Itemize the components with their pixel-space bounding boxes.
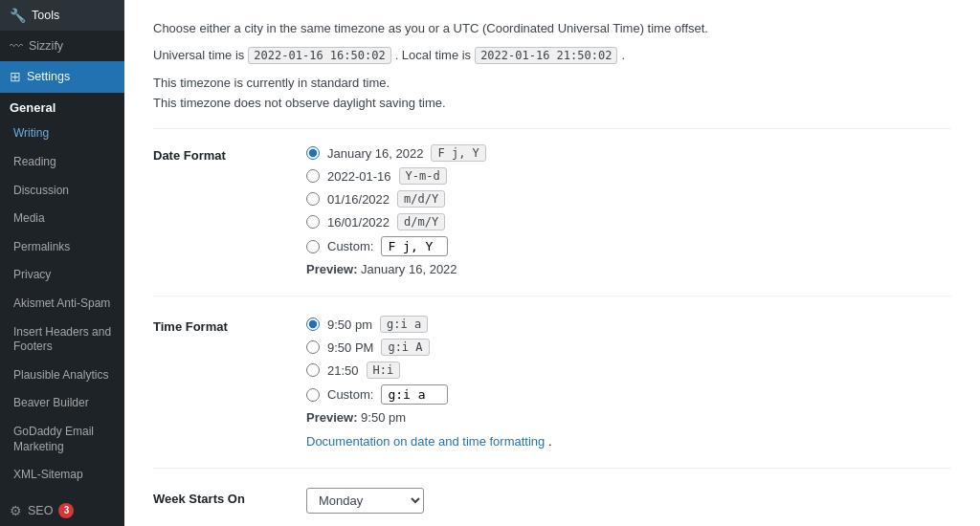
local-time-prefix: . Local time is [395, 48, 471, 62]
week-starts-control: Sunday Monday Tuesday Wednesday Thursday… [306, 488, 951, 514]
sidebar-item-godaddy[interactable]: GoDaddy Email Marketing [0, 418, 124, 461]
sidebar-item-reading[interactable]: Reading [0, 148, 124, 177]
tz-note1: This timezone is currently in standard t… [153, 74, 951, 94]
sizzify-icon: 〰 [10, 37, 23, 55]
doc-link-row: Documentation on date and time formattin… [306, 434, 951, 449]
time-format-label: Time Format [153, 316, 306, 334]
date-format-control: January 16, 2022 F j, Y 2022-01-16 Y-m-d… [306, 144, 951, 276]
date-radio-3[interactable] [306, 215, 320, 229]
date-format-label: Date Format [153, 144, 306, 163]
date-radio-custom[interactable] [306, 240, 320, 253]
universal-time-value: 2022-01-16 16:50:02 [248, 47, 390, 64]
sidebar-item-akismet[interactable]: Akismet Anti-Spam [0, 290, 124, 318]
sidebar-item-xml[interactable]: XML-Sitemap [0, 461, 124, 490]
date-format-row: Date Format January 16, 2022 F j, Y 2022… [153, 144, 951, 296]
time-option-1: 9:50 PM g:i A [306, 339, 951, 356]
date-option-custom: Custom: [306, 236, 951, 256]
settings-icon: ⊞ [10, 68, 21, 85]
date-option-2: 01/16/2022 m/d/Y [306, 190, 951, 208]
time-option-0: 9:50 pm g:i a [306, 316, 951, 333]
sidebar-general-header: General [0, 93, 124, 121]
date-custom-input[interactable] [381, 236, 448, 256]
time-custom-input[interactable] [381, 384, 448, 405]
week-starts-select[interactable]: Sunday Monday Tuesday Wednesday Thursday… [306, 488, 424, 514]
doc-link[interactable]: Documentation on date and time formattin… [306, 434, 545, 449]
time-preview: Preview: 9:50 pm [306, 410, 951, 425]
tz-note2: This timezone does not observe daylight … [153, 94, 951, 114]
time-radio-2[interactable] [306, 363, 320, 377]
time-format-control: 9:50 pm g:i a 9:50 PM g:i A 21:50 H:i Cu… [306, 316, 951, 449]
date-preview: Preview: January 16, 2022 [306, 262, 951, 276]
date-option-0: January 16, 2022 F j, Y [306, 144, 951, 162]
timezone-desc: Choose either a city in the same timezon… [153, 19, 951, 39]
tools-icon: 🔧 [10, 7, 26, 24]
local-time-value: 2022-01-16 21:50:02 [475, 47, 617, 64]
sidebar: 🔧 Tools 〰 Sizzify ⊞ Settings General Wri… [0, 0, 124, 526]
date-option-3: 16/01/2022 d/m/Y [306, 213, 951, 230]
date-radio-1[interactable] [306, 169, 320, 183]
sidebar-item-beaver[interactable]: Beaver Builder [0, 389, 124, 418]
time-codes-row: Universal time is 2022-01-16 16:50:02 . … [153, 47, 951, 64]
sidebar-item-tools[interactable]: 🔧 Tools [0, 0, 124, 31]
sidebar-item-media[interactable]: Media [0, 205, 124, 233]
divider1 [153, 128, 951, 129]
sidebar-item-settings[interactable]: ⊞ Settings [0, 61, 124, 92]
week-starts-label: Week Starts On [153, 488, 306, 506]
sidebar-item-writing[interactable]: Writing [0, 120, 124, 148]
time-option-2: 21:50 H:i [306, 362, 951, 379]
sidebar-item-privacy[interactable]: Privacy [0, 261, 124, 290]
time-radio-1[interactable] [306, 340, 320, 354]
time-format-row: Time Format 9:50 pm g:i a 9:50 PM g:i A … [153, 316, 951, 469]
seo-badge: 3 [58, 503, 74, 518]
date-option-1: 2022-01-16 Y-m-d [306, 167, 951, 185]
universal-time-prefix: Universal time is [153, 48, 244, 62]
sidebar-item-sizzify[interactable]: 〰 Sizzify [0, 31, 124, 61]
sidebar-item-discussion[interactable]: Discussion [0, 177, 124, 206]
sidebar-item-seo[interactable]: ⚙ SEO 3 [0, 495, 124, 526]
time-radio-custom[interactable] [306, 388, 320, 402]
time-option-custom: Custom: [306, 384, 951, 405]
tz-notes: This timezone is currently in standard t… [153, 74, 951, 114]
seo-icon: ⚙ [10, 502, 22, 519]
main-content: Choose either a city in the same timezon… [124, 0, 980, 526]
date-radio-0[interactable] [306, 146, 320, 160]
sidebar-item-insert-headers[interactable]: Insert Headers and Footers [0, 318, 124, 362]
sidebar-item-permalinks[interactable]: Permalinks [0, 233, 124, 262]
time-radio-0[interactable] [306, 318, 320, 331]
sidebar-item-plausible[interactable]: Plausible Analytics [0, 362, 124, 390]
week-starts-row: Week Starts On Sunday Monday Tuesday Wed… [153, 488, 951, 526]
date-radio-2[interactable] [306, 192, 320, 206]
